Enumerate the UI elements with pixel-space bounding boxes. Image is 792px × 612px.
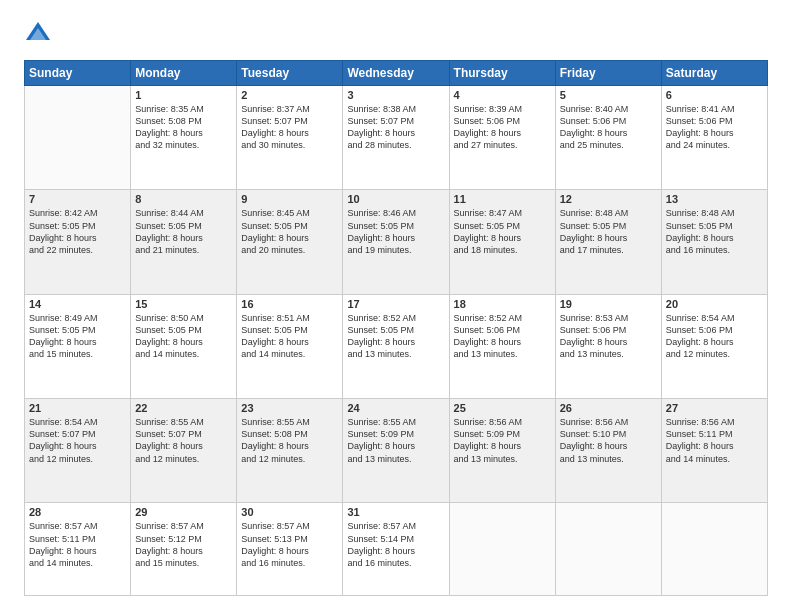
day-number: 19 <box>560 298 657 310</box>
day-number: 17 <box>347 298 444 310</box>
table-row: 27Sunrise: 8:56 AM Sunset: 5:11 PM Dayli… <box>661 399 767 503</box>
day-number: 21 <box>29 402 126 414</box>
day-info: Sunrise: 8:54 AM Sunset: 5:07 PM Dayligh… <box>29 416 126 465</box>
day-info: Sunrise: 8:53 AM Sunset: 5:06 PM Dayligh… <box>560 312 657 361</box>
calendar-table: SundayMondayTuesdayWednesdayThursdayFrid… <box>24 60 768 596</box>
day-number: 14 <box>29 298 126 310</box>
day-info: Sunrise: 8:56 AM Sunset: 5:11 PM Dayligh… <box>666 416 763 465</box>
table-row: 5Sunrise: 8:40 AM Sunset: 5:06 PM Daylig… <box>555 86 661 190</box>
day-number: 24 <box>347 402 444 414</box>
day-info: Sunrise: 8:57 AM Sunset: 5:13 PM Dayligh… <box>241 520 338 569</box>
calendar-header-row: SundayMondayTuesdayWednesdayThursdayFrid… <box>25 61 768 86</box>
day-info: Sunrise: 8:46 AM Sunset: 5:05 PM Dayligh… <box>347 207 444 256</box>
calendar-week-row: 1Sunrise: 8:35 AM Sunset: 5:08 PM Daylig… <box>25 86 768 190</box>
day-info: Sunrise: 8:37 AM Sunset: 5:07 PM Dayligh… <box>241 103 338 152</box>
table-row <box>555 503 661 596</box>
table-row: 7Sunrise: 8:42 AM Sunset: 5:05 PM Daylig… <box>25 190 131 294</box>
day-info: Sunrise: 8:41 AM Sunset: 5:06 PM Dayligh… <box>666 103 763 152</box>
table-row: 14Sunrise: 8:49 AM Sunset: 5:05 PM Dayli… <box>25 294 131 398</box>
table-row: 6Sunrise: 8:41 AM Sunset: 5:06 PM Daylig… <box>661 86 767 190</box>
table-row: 10Sunrise: 8:46 AM Sunset: 5:05 PM Dayli… <box>343 190 449 294</box>
day-info: Sunrise: 8:52 AM Sunset: 5:05 PM Dayligh… <box>347 312 444 361</box>
table-row: 22Sunrise: 8:55 AM Sunset: 5:07 PM Dayli… <box>131 399 237 503</box>
day-info: Sunrise: 8:51 AM Sunset: 5:05 PM Dayligh… <box>241 312 338 361</box>
day-info: Sunrise: 8:50 AM Sunset: 5:05 PM Dayligh… <box>135 312 232 361</box>
table-row: 2Sunrise: 8:37 AM Sunset: 5:07 PM Daylig… <box>237 86 343 190</box>
table-row <box>25 86 131 190</box>
day-number: 23 <box>241 402 338 414</box>
day-number: 5 <box>560 89 657 101</box>
day-info: Sunrise: 8:52 AM Sunset: 5:06 PM Dayligh… <box>454 312 551 361</box>
day-number: 4 <box>454 89 551 101</box>
table-row: 11Sunrise: 8:47 AM Sunset: 5:05 PM Dayli… <box>449 190 555 294</box>
day-number: 27 <box>666 402 763 414</box>
day-number: 15 <box>135 298 232 310</box>
day-info: Sunrise: 8:56 AM Sunset: 5:09 PM Dayligh… <box>454 416 551 465</box>
day-info: Sunrise: 8:40 AM Sunset: 5:06 PM Dayligh… <box>560 103 657 152</box>
col-header-friday: Friday <box>555 61 661 86</box>
table-row <box>449 503 555 596</box>
logo-icon <box>24 20 52 48</box>
table-row: 26Sunrise: 8:56 AM Sunset: 5:10 PM Dayli… <box>555 399 661 503</box>
day-number: 7 <box>29 193 126 205</box>
day-number: 6 <box>666 89 763 101</box>
table-row: 12Sunrise: 8:48 AM Sunset: 5:05 PM Dayli… <box>555 190 661 294</box>
day-number: 20 <box>666 298 763 310</box>
table-row: 28Sunrise: 8:57 AM Sunset: 5:11 PM Dayli… <box>25 503 131 596</box>
page: SundayMondayTuesdayWednesdayThursdayFrid… <box>0 0 792 612</box>
day-info: Sunrise: 8:38 AM Sunset: 5:07 PM Dayligh… <box>347 103 444 152</box>
day-number: 16 <box>241 298 338 310</box>
day-number: 30 <box>241 506 338 518</box>
day-info: Sunrise: 8:42 AM Sunset: 5:05 PM Dayligh… <box>29 207 126 256</box>
day-number: 18 <box>454 298 551 310</box>
calendar-week-row: 7Sunrise: 8:42 AM Sunset: 5:05 PM Daylig… <box>25 190 768 294</box>
table-row: 19Sunrise: 8:53 AM Sunset: 5:06 PM Dayli… <box>555 294 661 398</box>
day-info: Sunrise: 8:54 AM Sunset: 5:06 PM Dayligh… <box>666 312 763 361</box>
day-info: Sunrise: 8:57 AM Sunset: 5:12 PM Dayligh… <box>135 520 232 569</box>
day-info: Sunrise: 8:57 AM Sunset: 5:14 PM Dayligh… <box>347 520 444 569</box>
day-number: 22 <box>135 402 232 414</box>
table-row: 25Sunrise: 8:56 AM Sunset: 5:09 PM Dayli… <box>449 399 555 503</box>
table-row: 30Sunrise: 8:57 AM Sunset: 5:13 PM Dayli… <box>237 503 343 596</box>
day-info: Sunrise: 8:35 AM Sunset: 5:08 PM Dayligh… <box>135 103 232 152</box>
table-row: 13Sunrise: 8:48 AM Sunset: 5:05 PM Dayli… <box>661 190 767 294</box>
table-row <box>661 503 767 596</box>
table-row: 18Sunrise: 8:52 AM Sunset: 5:06 PM Dayli… <box>449 294 555 398</box>
table-row: 9Sunrise: 8:45 AM Sunset: 5:05 PM Daylig… <box>237 190 343 294</box>
day-info: Sunrise: 8:39 AM Sunset: 5:06 PM Dayligh… <box>454 103 551 152</box>
day-number: 31 <box>347 506 444 518</box>
day-info: Sunrise: 8:45 AM Sunset: 5:05 PM Dayligh… <box>241 207 338 256</box>
day-info: Sunrise: 8:48 AM Sunset: 5:05 PM Dayligh… <box>560 207 657 256</box>
day-info: Sunrise: 8:48 AM Sunset: 5:05 PM Dayligh… <box>666 207 763 256</box>
col-header-saturday: Saturday <box>661 61 767 86</box>
day-number: 12 <box>560 193 657 205</box>
table-row: 17Sunrise: 8:52 AM Sunset: 5:05 PM Dayli… <box>343 294 449 398</box>
calendar-week-row: 21Sunrise: 8:54 AM Sunset: 5:07 PM Dayli… <box>25 399 768 503</box>
day-number: 13 <box>666 193 763 205</box>
table-row: 4Sunrise: 8:39 AM Sunset: 5:06 PM Daylig… <box>449 86 555 190</box>
day-number: 2 <box>241 89 338 101</box>
calendar-week-row: 14Sunrise: 8:49 AM Sunset: 5:05 PM Dayli… <box>25 294 768 398</box>
day-number: 9 <box>241 193 338 205</box>
day-number: 28 <box>29 506 126 518</box>
day-number: 11 <box>454 193 551 205</box>
day-info: Sunrise: 8:55 AM Sunset: 5:08 PM Dayligh… <box>241 416 338 465</box>
table-row: 20Sunrise: 8:54 AM Sunset: 5:06 PM Dayli… <box>661 294 767 398</box>
table-row: 8Sunrise: 8:44 AM Sunset: 5:05 PM Daylig… <box>131 190 237 294</box>
header <box>24 20 768 48</box>
table-row: 31Sunrise: 8:57 AM Sunset: 5:14 PM Dayli… <box>343 503 449 596</box>
col-header-thursday: Thursday <box>449 61 555 86</box>
day-number: 26 <box>560 402 657 414</box>
col-header-monday: Monday <box>131 61 237 86</box>
logo <box>24 20 56 48</box>
table-row: 23Sunrise: 8:55 AM Sunset: 5:08 PM Dayli… <box>237 399 343 503</box>
calendar-week-row: 28Sunrise: 8:57 AM Sunset: 5:11 PM Dayli… <box>25 503 768 596</box>
day-info: Sunrise: 8:49 AM Sunset: 5:05 PM Dayligh… <box>29 312 126 361</box>
table-row: 15Sunrise: 8:50 AM Sunset: 5:05 PM Dayli… <box>131 294 237 398</box>
col-header-sunday: Sunday <box>25 61 131 86</box>
table-row: 24Sunrise: 8:55 AM Sunset: 5:09 PM Dayli… <box>343 399 449 503</box>
day-info: Sunrise: 8:56 AM Sunset: 5:10 PM Dayligh… <box>560 416 657 465</box>
day-number: 8 <box>135 193 232 205</box>
day-number: 1 <box>135 89 232 101</box>
day-info: Sunrise: 8:57 AM Sunset: 5:11 PM Dayligh… <box>29 520 126 569</box>
